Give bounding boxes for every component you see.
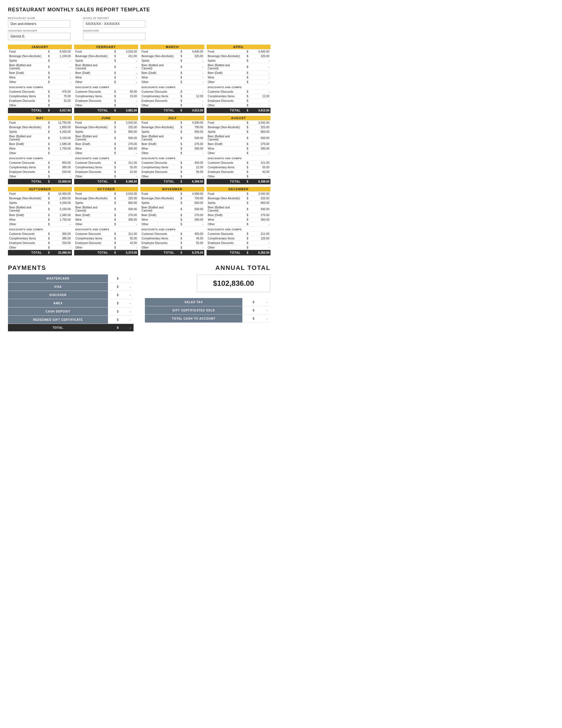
row-label: Wine [207,218,242,222]
row-value: 300.00 [250,146,271,151]
row-label: Spirits [8,201,43,205]
row-dollar: $ [109,71,117,75]
row-label: Beverage (Non-Alcoholic) [8,125,43,130]
row-dollar: $ [242,165,250,170]
row-dollar: $ [43,174,51,179]
month-table-september: SEPTEMBER Food $ 10,456.00 Beverage (Non… [8,187,72,256]
row-label: Employee Discounts [74,170,109,174]
total-value: 8,388.00 [250,179,271,185]
row-dollar: $ [43,161,51,165]
row-dollar: $ [242,222,250,227]
row-dollar: $ [43,59,51,63]
row-value: - [250,99,271,103]
signature-input[interactable] [83,33,146,40]
signature-label: SIGNATURE [83,29,146,32]
row-value: 45.00 [183,236,204,241]
row-value: 1,850.00 [51,196,72,201]
restaurant-name-input[interactable]: Don and Arlene's [8,20,71,28]
row-dollar: $ [43,125,51,130]
row-label: Complimentary Items [140,236,176,241]
total-dollar: $ [109,250,117,256]
row-label: Food [8,192,43,196]
row-value: - [117,71,138,75]
discounts-header: DISCOUNTS AND COMPS [207,227,271,232]
row-value: 55.00 [117,236,138,241]
row-dollar: $ [176,236,183,241]
total-dollar: $ [242,250,250,256]
tax-value: - [257,315,271,323]
row-value: - [117,59,138,63]
row-label: Food [74,121,109,125]
row-value: - [250,80,271,84]
total-label: TOTAL [74,179,109,185]
row-label: Food [74,192,109,196]
row-value: 250.00 [51,170,72,174]
row-dollar: $ [176,49,183,54]
row-label: Other [8,222,43,227]
row-value: - [183,222,204,227]
row-value: 42.00 [117,170,138,174]
row-label: Spirits [207,201,242,205]
row-value: 276.00 [183,213,204,218]
total-value: 3,881.00 [117,108,138,113]
row-label: Beer (Bottled and Canned) [207,205,242,213]
month-header: MAY [8,116,72,121]
total-value: 6,376.00 [183,250,204,256]
row-label: Other [207,174,242,179]
total-label: TOTAL [8,108,43,113]
row-value: 276.00 [117,142,138,146]
row-dollar: $ [109,213,117,218]
row-label: Other [8,151,43,156]
row-dollar: $ [242,170,250,174]
row-dollar: $ [176,165,183,170]
month-table-june: JUNE Food $ 3,542.00 Beverage (Non-Alcoh… [74,116,138,185]
row-label: Wine [140,218,176,222]
row-value: - [51,71,72,75]
row-dollar: $ [109,170,117,174]
row-value: 3,520.00 [117,49,138,54]
row-label: Other [207,103,242,108]
row-value: - [51,103,72,108]
row-value: - [51,245,72,250]
manager-input[interactable]: Derrick E. [8,33,71,40]
row-value: 55.00 [117,165,138,170]
row-label: Other [140,103,176,108]
row-label: Spirits [8,59,43,63]
total-label: TOTAL [8,179,43,185]
payment-value: - [121,299,134,307]
row-dollar: $ [109,146,117,151]
row-dollar: $ [109,94,117,99]
row-dollar: $ [43,94,51,99]
row-label: Other [207,151,242,156]
row-value: 325.00 [117,125,138,130]
row-label: Complimentary Items [207,165,242,170]
row-value: - [183,80,204,84]
row-dollar: $ [242,245,250,250]
row-dollar: $ [242,218,250,222]
row-value: - [250,222,271,227]
row-label: Other [8,174,43,179]
payment-value: - [121,283,134,291]
row-dollar: $ [43,130,51,134]
row-value: 700.00 [183,196,204,201]
row-value: - [250,241,271,245]
row-label: Customer Discounts [207,161,242,165]
row-label: Food [140,121,176,125]
row-dollar: $ [109,192,117,196]
row-dollar: $ [176,125,183,130]
row-value: 411.00 [117,54,138,59]
row-label: Beverage (Non-Alcoholic) [74,125,109,130]
row-label: Customer Discounts [8,232,43,236]
tax-value: - [257,306,271,315]
payments-table: MASTERCARD $ - VISA $ - DISCOVER $ - AME… [8,274,134,332]
total-value: 5,374.00 [117,250,138,256]
total-label: TOTAL [74,250,109,256]
row-value: 325.00 [117,196,138,201]
row-label: Employee Discounts [8,241,43,245]
annual-total-box: $102,836.00 [197,274,271,292]
payment-dollar: $ [108,291,121,299]
row-label: Customer Discounts [140,90,176,94]
dates-input[interactable]: XX/XX/XX - XX/XX/XX [83,20,146,28]
payment-label: AMEX [8,299,108,307]
row-value: 450.00 [183,232,204,236]
